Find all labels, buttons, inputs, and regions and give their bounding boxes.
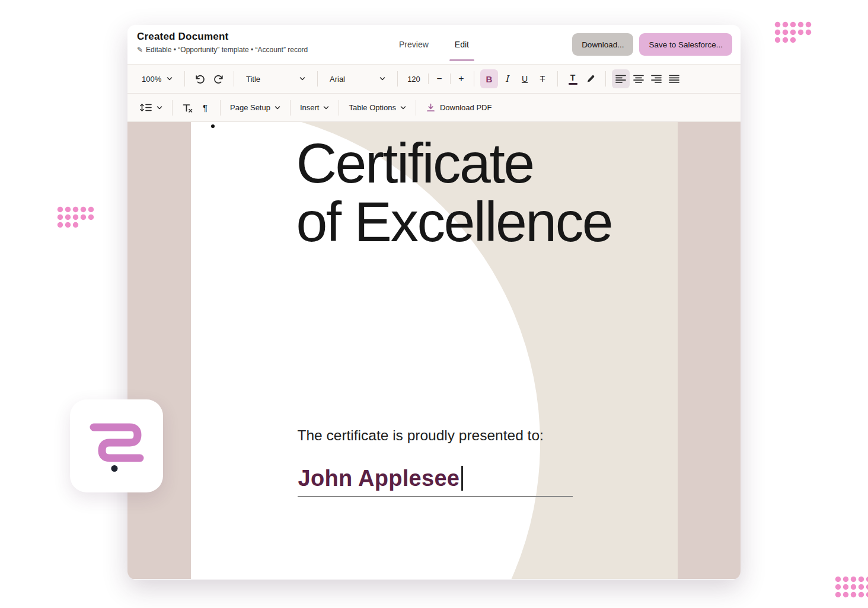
toolbar-separator <box>416 100 416 116</box>
toolbar-separator <box>234 71 234 87</box>
certificate-page[interactable]: Certificate of Excellence The certificat… <box>191 122 678 579</box>
chevron-down-icon <box>323 106 329 110</box>
align-left-button[interactable] <box>612 69 630 88</box>
save-to-salesforce-button[interactable]: Save to Salesforce... <box>639 33 732 56</box>
font-family-value: Arial <box>330 75 345 84</box>
tab-edit[interactable]: Edit <box>449 25 474 64</box>
toolbar-row-1: 100% Title <box>127 65 741 93</box>
zoom-value: 100% <box>142 75 161 84</box>
align-right-button[interactable] <box>647 69 665 88</box>
clear-formatting-button[interactable] <box>178 98 196 117</box>
zoom-dropdown[interactable]: 100% <box>136 69 178 88</box>
toolbar-separator <box>450 73 451 84</box>
toolbar-separator <box>220 100 221 116</box>
align-left-icon <box>615 75 626 83</box>
toolbar-separator <box>397 71 398 87</box>
toolbar-separator <box>339 100 339 116</box>
table-options-dropdown[interactable]: Table Options <box>345 98 410 117</box>
recipient-name-underline <box>298 496 573 497</box>
toolbar-separator <box>172 100 173 116</box>
chevron-down-icon <box>379 77 385 81</box>
line-spacing-icon <box>139 103 152 112</box>
table-options-label: Table Options <box>349 103 396 112</box>
decor-dots-left <box>57 206 94 228</box>
chevron-down-icon <box>157 106 162 110</box>
decor-dots-bottom-right <box>835 576 868 598</box>
strikethrough-button[interactable]: T <box>534 69 551 88</box>
clear-formatting-icon <box>182 103 193 113</box>
align-center-button[interactable] <box>630 69 647 88</box>
redo-button[interactable] <box>209 69 228 88</box>
certificate-heading[interactable]: Certificate of Excellence <box>296 134 612 251</box>
underline-button[interactable]: U <box>516 69 534 88</box>
chevron-down-icon <box>400 106 406 110</box>
font-family-dropdown[interactable]: Arial <box>324 69 391 88</box>
toolbar-separator <box>605 71 606 87</box>
font-size-value[interactable]: 120 <box>404 69 424 88</box>
line-spacing-dropdown[interactable] <box>136 98 166 117</box>
text-cursor <box>461 466 463 491</box>
align-right-icon <box>651 75 662 83</box>
document-editor-window: Created Document ✎ Editable • “Opportuni… <box>127 25 741 580</box>
chevron-down-icon <box>275 106 280 110</box>
text-color-button[interactable]: T <box>564 69 582 88</box>
recipient-name[interactable]: John Applesee <box>298 466 460 491</box>
text-color-icon: T <box>569 73 577 85</box>
download-pdf-label: Download PDF <box>440 103 492 112</box>
align-center-icon <box>633 75 644 83</box>
font-size-decrease-button[interactable]: − <box>433 69 446 88</box>
italic-button[interactable]: I <box>498 69 516 88</box>
certificate-heading-line1: Certificate <box>296 134 612 193</box>
page-setup-dropdown[interactable]: Page Setup <box>226 98 284 117</box>
toolbar-separator <box>290 100 291 116</box>
toolbar-separator <box>317 71 318 87</box>
decor-dots-top-right <box>774 21 812 43</box>
show-paragraph-marks-button[interactable]: ¶ <box>196 98 214 117</box>
chevron-down-icon <box>167 77 173 81</box>
redo-icon <box>213 74 224 84</box>
brand-logo-card <box>70 399 163 492</box>
toolbar-separator <box>474 71 474 87</box>
header-actions: Download... Save to Salesforce... <box>572 33 732 56</box>
paragraph-style-dropdown[interactable]: Title <box>240 69 311 88</box>
align-justify-icon <box>669 75 679 83</box>
font-size-increase-button[interactable]: + <box>455 69 468 88</box>
toolbar-separator <box>428 73 429 84</box>
undo-button[interactable] <box>191 69 209 88</box>
formatting-toolbar: 100% Title <box>127 64 741 122</box>
page-setup-label: Page Setup <box>230 103 270 112</box>
header-bar: Created Document ✎ Editable • “Opportuni… <box>127 25 741 64</box>
toolbar-row-2: ¶ Page Setup Insert Table Options <box>127 93 741 121</box>
brand-logo-icon <box>70 399 163 492</box>
document-canvas: Certificate of Excellence The certificat… <box>127 122 741 579</box>
bold-button[interactable]: B <box>480 69 498 88</box>
certificate-heading-line2: of Excellence <box>296 193 612 251</box>
recipient-name-row[interactable]: John Applesee <box>298 465 464 492</box>
toolbar-separator <box>557 71 558 87</box>
undo-icon <box>194 74 206 84</box>
bullet-dot <box>211 124 215 128</box>
download-pdf-button[interactable]: Download PDF <box>422 98 495 117</box>
tab-preview[interactable]: Preview <box>394 25 434 64</box>
download-icon <box>426 103 436 113</box>
align-justify-button[interactable] <box>665 69 683 88</box>
paragraph-style-value: Title <box>246 75 260 84</box>
insert-label: Insert <box>300 103 320 112</box>
chevron-down-icon <box>299 77 305 81</box>
highlighter-pen-icon <box>586 74 595 84</box>
download-button[interactable]: Download... <box>572 33 633 56</box>
presented-to-text[interactable]: The certificate is proudly presented to: <box>298 427 544 444</box>
toolbar-separator <box>184 71 185 87</box>
insert-dropdown[interactable]: Insert <box>296 98 333 117</box>
text-color-swatch <box>569 83 577 85</box>
highlight-button[interactable] <box>582 69 599 88</box>
